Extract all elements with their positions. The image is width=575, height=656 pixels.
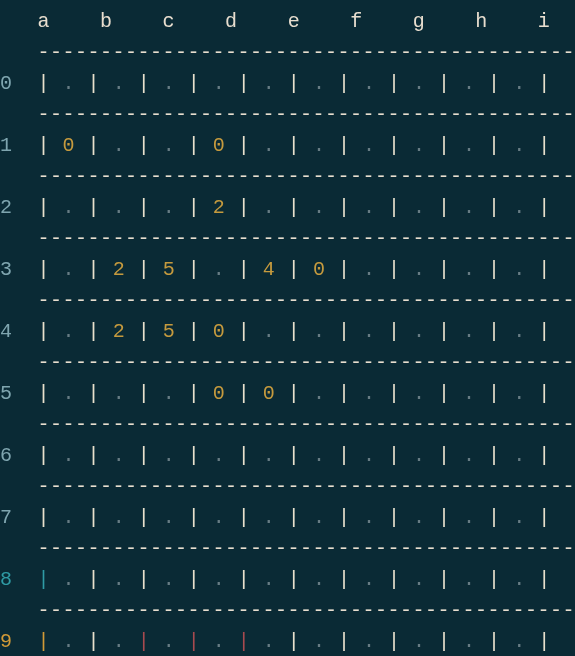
grid-separator: ----------------------------------------… [0,285,575,316]
grid-separator: ----------------------------------------… [0,99,575,130]
terminal-output: a b c d e f g h i j --------------------… [0,0,575,656]
grid-row: 1 | 0 | . | . | 0 | . | . | . | . | . | … [0,130,575,161]
grid-row: 4 | . | 2 | 5 | 0 | . | . | . | . | . | … [0,316,575,347]
grid-separator: ----------------------------------------… [0,471,575,502]
grid-row: 7 | . | . | . | . | . | . | . | . | . | … [0,502,575,533]
grid-separator: ----------------------------------------… [0,533,575,564]
grid-separator: ----------------------------------------… [0,347,575,378]
column-header-row: a b c d e f g h i j [0,6,575,37]
grid-row: 8 | . | . | . | . | . | . | . | . | . | … [0,564,575,595]
grid-separator: ----------------------------------------… [0,595,575,626]
grid-row: 5 | . | . | . | 0 | 0 | . | . | . | . | … [0,378,575,409]
grid-separator: ----------------------------------------… [0,37,575,68]
grid-row: 9 | . | . | . | . | . | . | . | . | . | … [0,626,575,656]
grid-separator: ----------------------------------------… [0,161,575,192]
grid-row: 2 | . | . | . | 2 | . | . | . | . | . | … [0,192,575,223]
grid-separator: ----------------------------------------… [0,223,575,254]
grid-row: 0 | . | . | . | . | . | . | . | . | . | … [0,68,575,99]
grid-row: 6 | . | . | . | . | . | . | . | . | . | … [0,440,575,471]
grid-row: 3 | . | 2 | 5 | . | 4 | 0 | . | . | . | … [0,254,575,285]
grid-separator: ----------------------------------------… [0,409,575,440]
